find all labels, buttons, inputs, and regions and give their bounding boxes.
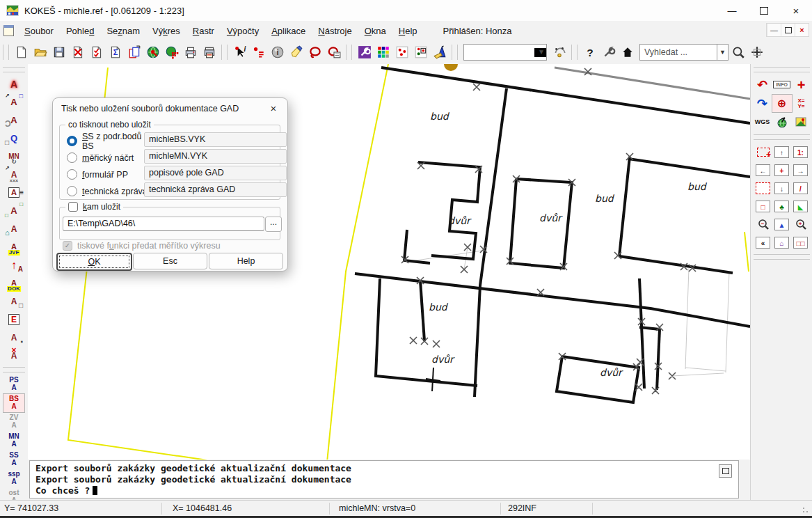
mn-reload-icon[interactable]: MN↻ [4,148,24,165]
tools-wrench-icon[interactable] [599,43,618,62]
palette-icon[interactable] [374,43,392,62]
info-ball-icon[interactable]: i [268,43,287,62]
view-doc-icon[interactable]: □ [754,197,772,215]
lasso-icon[interactable] [305,43,324,62]
menu-aplikace[interactable]: Aplikace [265,23,312,39]
export-jvf-icon[interactable]: AJVF [4,238,24,256]
view-left-icon[interactable]: ← [754,161,772,179]
crosshair-add-icon[interactable] [747,43,766,62]
option-3[interactable]: formulář PP [67,167,149,182]
option-4[interactable]: technická zpráva [67,184,149,198]
option-2[interactable]: měřický náčrt [67,150,149,165]
text-form-icon[interactable]: A≡ [4,184,24,201]
points-square-icon[interactable] [411,43,430,62]
globe-grid-icon[interactable] [162,43,181,62]
settings-wrench-icon[interactable] [355,43,374,62]
building-text-icon[interactable]: A⌂ [4,220,24,237]
zoom-out-icon[interactable]: − [754,215,772,233]
save-icon[interactable] [49,43,68,62]
repaint-icon[interactable]: ◣ [791,197,810,215]
text-delete-icon[interactable]: A× [4,347,24,364]
import-text-icon[interactable]: ↑A [4,256,24,274]
command-console[interactable]: Export souborů zakázky geodetické aktual… [29,460,739,499]
doc-delete-icon[interactable] [68,43,87,62]
view-up-icon[interactable]: ↑ [772,143,791,161]
save-location-checkbox[interactable]: kam uložit [65,202,123,212]
layer-combobox[interactable]: ▼ [463,44,547,61]
menu-rastr[interactable]: Rastr [186,23,221,39]
layer-ps[interactable]: PSA [3,375,24,393]
undo-icon[interactable]: ↶ [753,76,772,93]
text-window-icon[interactable]: A□↗ [4,93,24,111]
highlight-icon[interactable] [287,43,305,62]
doc-search-icon[interactable]: Q□ [4,130,24,147]
mdi-close-button[interactable]: × [795,24,809,36]
zoom-in-icon[interactable]: + [791,215,810,233]
text-place-icon[interactable]: A [4,75,24,93]
esc-button[interactable]: Esc [133,253,207,269]
lasso-form-icon[interactable] [324,43,343,62]
minimize-button[interactable]: — [716,0,748,21]
view-tree-icon[interactable]: ♣ [772,197,791,215]
mdi-restore-button[interactable] [781,24,795,36]
mdi-minimize-button[interactable]: — [767,24,781,36]
home-icon[interactable] [618,43,637,62]
save-path-input[interactable]: E:\Temp\GAD\46\ [63,217,264,231]
view-scale-icon[interactable]: 1: [791,143,810,161]
globe-compass-icon[interactable] [772,113,792,131]
doc-sigma-icon[interactable]: Σ [106,43,125,62]
menu-výkres[interactable]: Výkres [146,23,186,39]
text-points-icon[interactable]: A□□ [4,202,24,219]
zoom-window-icon[interactable]: + [754,143,772,161]
center-point-icon[interactable]: ⊕ [772,95,792,112]
redo-icon[interactable]: ↷ [753,95,772,112]
mdi-window-icon[interactable] [3,25,14,36]
console-maximize-button[interactable] [719,464,732,478]
doc-copy-icon[interactable] [125,43,143,62]
home-view-icon[interactable]: ⌂ [772,233,791,251]
xy-coords-icon[interactable]: X= Y= [792,95,811,112]
info-balloon-icon[interactable]: INFO [772,76,792,93]
e-doc-icon[interactable]: E [4,311,24,328]
menu-help[interactable]: Help [392,23,424,39]
doc-check-icon[interactable] [87,43,106,62]
option-file-field[interactable]: michleBS.VYK [144,132,287,147]
folder-open-icon[interactable] [31,43,49,62]
browse-button[interactable]: ... [265,217,282,232]
search-go-icon[interactable] [729,43,747,62]
view-down-icon[interactable]: ↓ [772,179,791,197]
export-dok-icon[interactable]: ADOK [4,274,24,292]
select-points-icon[interactable] [550,43,568,62]
crosshair-icon[interactable]: + [792,76,811,93]
menu-nástroje[interactable]: Nástroje [312,23,358,39]
menu-okna[interactable]: Okna [358,23,392,39]
wizard-icon[interactable] [430,43,449,62]
help-button[interactable]: Help [209,253,283,269]
prev-view-icon[interactable]: ▲ [772,215,791,233]
wgs-icon[interactable]: WGS [753,113,772,131]
redraw-icon[interactable]: / [791,179,810,197]
text-note-icon[interactable]: A□ [4,292,24,310]
doc-new-icon[interactable] [12,43,31,62]
points-red-icon[interactable] [392,43,411,62]
layer-ssp[interactable]: sspA [3,469,24,487]
map-locate-icon[interactable] [792,113,811,131]
option-1[interactable]: SS z podr.bodů BS [67,134,149,148]
view-right-icon[interactable]: → [791,161,810,179]
option-file-field[interactable]: technická zpráva GAD [144,182,287,197]
close-button[interactable]: × [780,0,812,21]
menu-seznam[interactable]: Seznam [100,23,146,39]
layer-ss[interactable]: SSA [3,450,24,469]
layer-bs[interactable]: BSA [3,394,24,412]
globe-nav-icon[interactable] [143,43,162,62]
maximize-button[interactable] [748,0,780,21]
menu-výpočty[interactable]: Výpočty [221,23,265,39]
view-flash-icon[interactable] [754,179,772,197]
option-file-field[interactable]: popisové pole GAD [144,166,287,180]
back-views-icon[interactable]: « [754,233,772,251]
view-center-icon[interactable]: + [772,161,791,179]
text-save-icon[interactable]: A▪ [4,329,24,346]
layer-zv[interactable]: ZVA [3,413,24,431]
help-icon[interactable]: ? [580,43,599,62]
dialog-close-icon[interactable]: × [267,102,280,114]
